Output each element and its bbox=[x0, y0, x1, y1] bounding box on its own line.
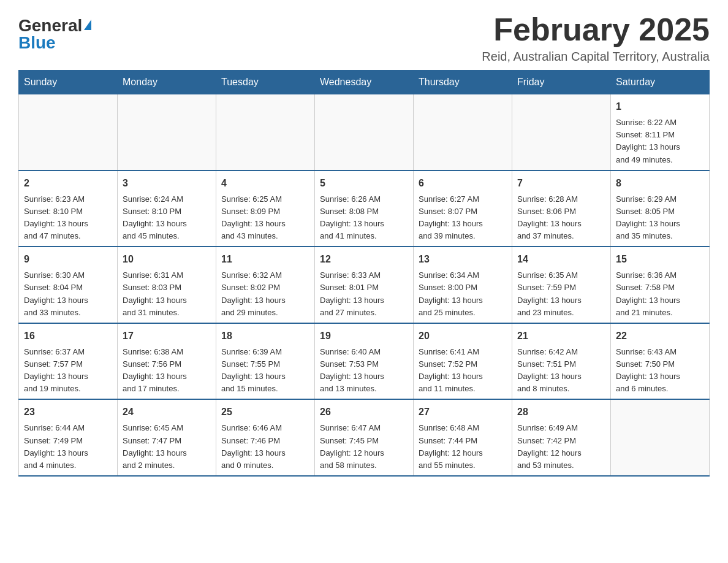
calendar-cell: 24Sunrise: 6:45 AM Sunset: 7:47 PM Dayli… bbox=[118, 399, 216, 476]
weekday-header-friday: Friday bbox=[512, 71, 611, 94]
day-info: Sunrise: 6:49 AM Sunset: 7:42 PM Dayligh… bbox=[517, 422, 605, 472]
day-number: 9 bbox=[24, 252, 112, 267]
day-info: Sunrise: 6:27 AM Sunset: 8:07 PM Dayligh… bbox=[419, 193, 507, 243]
day-info: Sunrise: 6:25 AM Sunset: 8:09 PM Dayligh… bbox=[221, 193, 309, 243]
calendar-table: SundayMondayTuesdayWednesdayThursdayFrid… bbox=[18, 70, 710, 477]
day-number: 13 bbox=[419, 252, 507, 267]
calendar-week-5: 23Sunrise: 6:44 AM Sunset: 7:49 PM Dayli… bbox=[19, 399, 710, 476]
calendar-cell: 15Sunrise: 6:36 AM Sunset: 7:58 PM Dayli… bbox=[611, 247, 710, 323]
logo-triangle-icon bbox=[84, 20, 91, 30]
calendar-cell: 10Sunrise: 6:31 AM Sunset: 8:03 PM Dayli… bbox=[118, 247, 216, 323]
day-number: 8 bbox=[616, 176, 704, 191]
day-number: 25 bbox=[221, 405, 309, 419]
calendar-cell: 13Sunrise: 6:34 AM Sunset: 8:00 PM Dayli… bbox=[414, 247, 512, 323]
calendar-week-3: 9Sunrise: 6:30 AM Sunset: 8:04 PM Daylig… bbox=[19, 247, 710, 323]
calendar-cell: 16Sunrise: 6:37 AM Sunset: 7:57 PM Dayli… bbox=[19, 323, 118, 400]
calendar-cell bbox=[19, 94, 118, 170]
day-info: Sunrise: 6:37 AM Sunset: 7:57 PM Dayligh… bbox=[24, 346, 112, 396]
location-title: Reid, Australian Capital Territory, Aust… bbox=[482, 50, 710, 64]
day-number: 23 bbox=[24, 405, 112, 419]
day-number: 21 bbox=[517, 329, 605, 343]
day-number: 15 bbox=[616, 252, 704, 267]
day-info: Sunrise: 6:48 AM Sunset: 7:44 PM Dayligh… bbox=[419, 422, 507, 472]
day-info: Sunrise: 6:35 AM Sunset: 7:59 PM Dayligh… bbox=[517, 269, 605, 319]
day-number: 14 bbox=[517, 252, 605, 267]
weekday-header-monday: Monday bbox=[118, 71, 216, 94]
calendar-cell bbox=[611, 399, 710, 476]
month-title: February 2025 bbox=[482, 12, 710, 47]
weekday-header-row: SundayMondayTuesdayWednesdayThursdayFrid… bbox=[19, 71, 710, 94]
calendar-cell: 27Sunrise: 6:48 AM Sunset: 7:44 PM Dayli… bbox=[414, 399, 512, 476]
calendar-cell: 2Sunrise: 6:23 AM Sunset: 8:10 PM Daylig… bbox=[19, 170, 118, 247]
day-number: 28 bbox=[517, 405, 605, 419]
calendar-cell: 6Sunrise: 6:27 AM Sunset: 8:07 PM Daylig… bbox=[414, 170, 512, 247]
logo: General Blue bbox=[18, 12, 91, 52]
day-number: 17 bbox=[123, 329, 211, 343]
calendar-cell bbox=[414, 94, 512, 170]
calendar-cell: 26Sunrise: 6:47 AM Sunset: 7:45 PM Dayli… bbox=[315, 399, 414, 476]
calendar-cell: 4Sunrise: 6:25 AM Sunset: 8:09 PM Daylig… bbox=[216, 170, 315, 247]
calendar-cell bbox=[118, 94, 216, 170]
day-number: 27 bbox=[419, 405, 507, 419]
day-number: 11 bbox=[221, 252, 309, 267]
calendar-cell: 12Sunrise: 6:33 AM Sunset: 8:01 PM Dayli… bbox=[315, 247, 414, 323]
day-number: 19 bbox=[320, 329, 408, 343]
day-number: 1 bbox=[616, 99, 704, 114]
day-info: Sunrise: 6:46 AM Sunset: 7:46 PM Dayligh… bbox=[221, 422, 309, 472]
calendar-week-1: 1Sunrise: 6:22 AM Sunset: 8:11 PM Daylig… bbox=[19, 94, 710, 170]
logo-general: General bbox=[18, 17, 82, 34]
calendar-cell: 28Sunrise: 6:49 AM Sunset: 7:42 PM Dayli… bbox=[512, 399, 611, 476]
day-info: Sunrise: 6:32 AM Sunset: 8:02 PM Dayligh… bbox=[221, 269, 309, 319]
day-number: 22 bbox=[616, 329, 704, 343]
weekday-header-thursday: Thursday bbox=[414, 71, 512, 94]
calendar-cell: 8Sunrise: 6:29 AM Sunset: 8:05 PM Daylig… bbox=[611, 170, 710, 247]
day-number: 18 bbox=[221, 329, 309, 343]
day-info: Sunrise: 6:22 AM Sunset: 8:11 PM Dayligh… bbox=[616, 117, 704, 166]
day-info: Sunrise: 6:30 AM Sunset: 8:04 PM Dayligh… bbox=[24, 269, 112, 319]
day-number: 20 bbox=[419, 329, 507, 343]
day-number: 26 bbox=[320, 405, 408, 419]
day-number: 24 bbox=[123, 405, 211, 419]
calendar-cell: 18Sunrise: 6:39 AM Sunset: 7:55 PM Dayli… bbox=[216, 323, 315, 400]
day-info: Sunrise: 6:39 AM Sunset: 7:55 PM Dayligh… bbox=[221, 346, 309, 396]
calendar-cell: 25Sunrise: 6:46 AM Sunset: 7:46 PM Dayli… bbox=[216, 399, 315, 476]
calendar-cell: 23Sunrise: 6:44 AM Sunset: 7:49 PM Dayli… bbox=[19, 399, 118, 476]
day-info: Sunrise: 6:38 AM Sunset: 7:56 PM Dayligh… bbox=[123, 346, 211, 396]
day-info: Sunrise: 6:47 AM Sunset: 7:45 PM Dayligh… bbox=[320, 422, 408, 472]
day-info: Sunrise: 6:36 AM Sunset: 7:58 PM Dayligh… bbox=[616, 269, 704, 319]
day-info: Sunrise: 6:43 AM Sunset: 7:50 PM Dayligh… bbox=[616, 346, 704, 396]
calendar-cell: 11Sunrise: 6:32 AM Sunset: 8:02 PM Dayli… bbox=[216, 247, 315, 323]
day-info: Sunrise: 6:28 AM Sunset: 8:06 PM Dayligh… bbox=[517, 193, 605, 243]
day-info: Sunrise: 6:23 AM Sunset: 8:10 PM Dayligh… bbox=[24, 193, 112, 243]
day-number: 5 bbox=[320, 176, 408, 191]
weekday-header-saturday: Saturday bbox=[611, 71, 710, 94]
day-number: 16 bbox=[24, 329, 112, 343]
day-number: 3 bbox=[123, 176, 211, 191]
day-info: Sunrise: 6:31 AM Sunset: 8:03 PM Dayligh… bbox=[123, 269, 211, 319]
day-number: 12 bbox=[320, 252, 408, 267]
calendar-cell: 5Sunrise: 6:26 AM Sunset: 8:08 PM Daylig… bbox=[315, 170, 414, 247]
day-info: Sunrise: 6:44 AM Sunset: 7:49 PM Dayligh… bbox=[24, 422, 112, 472]
day-number: 4 bbox=[221, 176, 309, 191]
day-info: Sunrise: 6:34 AM Sunset: 8:00 PM Dayligh… bbox=[419, 269, 507, 319]
day-info: Sunrise: 6:40 AM Sunset: 7:53 PM Dayligh… bbox=[320, 346, 408, 396]
calendar-cell: 22Sunrise: 6:43 AM Sunset: 7:50 PM Dayli… bbox=[611, 323, 710, 400]
logo-blue: Blue bbox=[18, 34, 56, 52]
page-header: General Blue February 2025 Reid, Austral… bbox=[18, 12, 710, 64]
calendar-header: SundayMondayTuesdayWednesdayThursdayFrid… bbox=[19, 71, 710, 94]
calendar-body: 1Sunrise: 6:22 AM Sunset: 8:11 PM Daylig… bbox=[19, 94, 710, 476]
calendar-cell: 21Sunrise: 6:42 AM Sunset: 7:51 PM Dayli… bbox=[512, 323, 611, 400]
day-info: Sunrise: 6:33 AM Sunset: 8:01 PM Dayligh… bbox=[320, 269, 408, 319]
day-number: 2 bbox=[24, 176, 112, 191]
day-number: 6 bbox=[419, 176, 507, 191]
calendar-week-2: 2Sunrise: 6:23 AM Sunset: 8:10 PM Daylig… bbox=[19, 170, 710, 247]
calendar-cell: 7Sunrise: 6:28 AM Sunset: 8:06 PM Daylig… bbox=[512, 170, 611, 247]
calendar-cell bbox=[216, 94, 315, 170]
day-number: 7 bbox=[517, 176, 605, 191]
calendar-cell bbox=[315, 94, 414, 170]
calendar-cell: 20Sunrise: 6:41 AM Sunset: 7:52 PM Dayli… bbox=[414, 323, 512, 400]
weekday-header-sunday: Sunday bbox=[19, 71, 118, 94]
weekday-header-wednesday: Wednesday bbox=[315, 71, 414, 94]
calendar-cell: 19Sunrise: 6:40 AM Sunset: 7:53 PM Dayli… bbox=[315, 323, 414, 400]
day-info: Sunrise: 6:42 AM Sunset: 7:51 PM Dayligh… bbox=[517, 346, 605, 396]
